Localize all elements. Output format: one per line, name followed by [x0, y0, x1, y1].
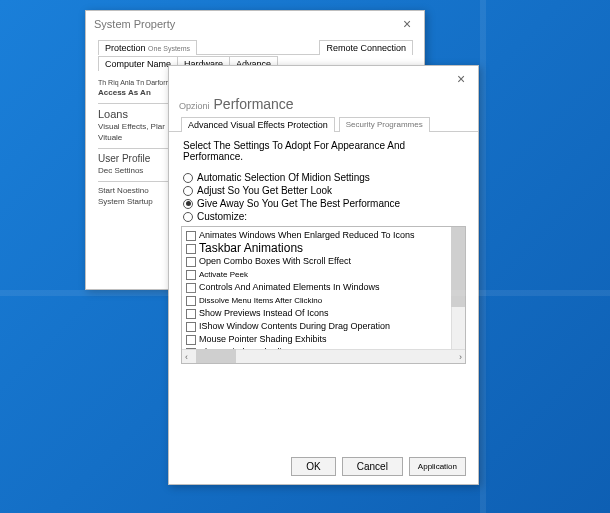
list-item[interactable]: Open Combo Boxes With Scroll Effect	[186, 255, 461, 268]
tab-visual-effects[interactable]: Advanced Visual Effects Protection	[181, 117, 335, 132]
effects-listbox[interactable]: Animates Windows When Enlarged Reduced T…	[181, 226, 466, 364]
list-item[interactable]: Controls And Animated Elements In Window…	[186, 281, 461, 294]
radio-icon	[183, 173, 193, 183]
scroll-right-icon[interactable]: ›	[459, 352, 462, 362]
radio-customize[interactable]: Customize:	[183, 211, 464, 222]
instruction-text: Select The Settings To Adopt For Appeara…	[169, 132, 478, 170]
tab-remote[interactable]: Remote Connection	[319, 40, 413, 55]
checkbox-icon[interactable]	[186, 309, 196, 319]
tab-protection[interactable]: Protection One Systems	[98, 40, 197, 55]
close-icon[interactable]: ×	[452, 70, 470, 88]
checkbox-icon[interactable]	[186, 270, 196, 280]
list-item[interactable]: Mouse Pointer Shading Exhibits	[186, 333, 461, 346]
radio-icon	[183, 199, 193, 209]
checkbox-icon[interactable]	[186, 283, 196, 293]
window-title: System Property	[94, 18, 175, 30]
titlebar: ×	[169, 66, 478, 92]
horizontal-scrollbar[interactable]: ‹ ›	[182, 349, 465, 363]
tabs: Advanced Visual Effects Protection Secur…	[169, 116, 478, 132]
scrollbar-thumb[interactable]	[196, 349, 236, 363]
radio-group: Automatic Selection Of Midion Settings A…	[169, 172, 478, 222]
list-item[interactable]: Taskbar Animations	[186, 242, 461, 255]
performance-options-window: × Opzioni Performance Advanced Visual Ef…	[168, 65, 479, 485]
dialog-title: Opzioni Performance	[169, 92, 478, 116]
button-row: OK Cancel Application	[291, 457, 466, 476]
checkbox-icon[interactable]	[186, 296, 196, 306]
list-item[interactable]: Dissolve Menu Items After Clickino	[186, 294, 461, 307]
scrollbar-thumb[interactable]	[451, 227, 465, 307]
tab-security[interactable]: Security Programmes	[339, 117, 430, 132]
checkbox-icon[interactable]	[186, 322, 196, 332]
close-icon[interactable]: ×	[398, 15, 416, 33]
tabs-row-1: Protection One Systems Remote Connection	[98, 39, 412, 55]
list-inner: Animates Windows When Enlarged Reduced T…	[182, 227, 465, 349]
list-item[interactable]: IShow Window Contents During Drag Operat…	[186, 320, 461, 333]
vertical-scrollbar[interactable]	[451, 227, 465, 349]
list-item[interactable]: Activate Peek	[186, 268, 461, 281]
radio-auto[interactable]: Automatic Selection Of Midion Settings	[183, 172, 464, 183]
list-item[interactable]: Show Previews Instead Of Icons	[186, 307, 461, 320]
title-main: Performance	[214, 96, 294, 112]
apply-button[interactable]: Application	[409, 457, 466, 476]
titlebar: System Property ×	[86, 11, 424, 37]
radio-icon	[183, 186, 193, 196]
radio-best-performance[interactable]: Give Away So You Get The Best Performanc…	[183, 198, 464, 209]
checkbox-icon[interactable]	[186, 257, 196, 267]
radio-icon	[183, 212, 193, 222]
checkbox-icon[interactable]	[186, 335, 196, 345]
cancel-button[interactable]: Cancel	[342, 457, 403, 476]
scroll-left-icon[interactable]: ‹	[185, 352, 188, 362]
title-prefix: Opzioni	[179, 101, 210, 111]
checkbox-icon[interactable]	[186, 231, 196, 241]
radio-better-look[interactable]: Adjust So You Get Better Look	[183, 185, 464, 196]
tab-computer-name[interactable]: Computer Name	[98, 56, 178, 71]
ok-button[interactable]: OK	[291, 457, 335, 476]
checkbox-icon[interactable]	[186, 244, 196, 254]
